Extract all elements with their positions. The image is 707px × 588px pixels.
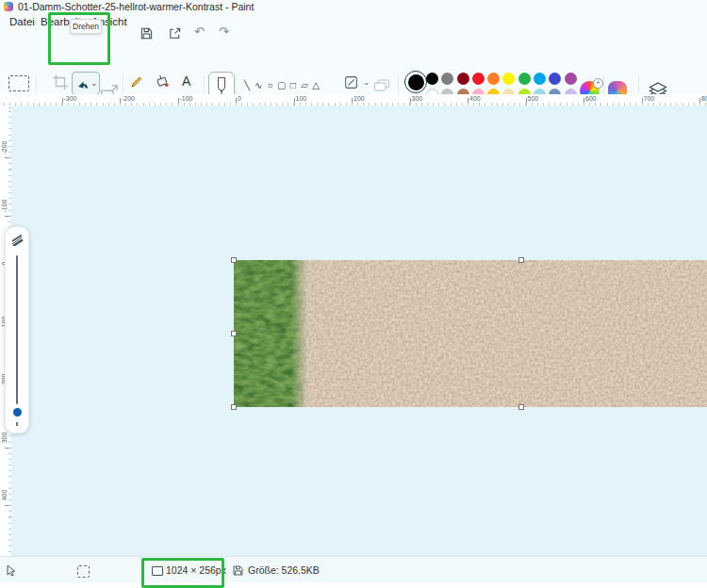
ruler-label: 600 (585, 95, 597, 102)
thickness-slider-panel (5, 226, 29, 433)
shape-button[interactable]: □ (288, 79, 299, 92)
color-swatch[interactable] (534, 73, 546, 85)
ruler-tick (62, 98, 63, 106)
color-swatch[interactable] (457, 73, 469, 85)
crop-icon[interactable] (52, 74, 69, 90)
shape-button[interactable]: ▱ (299, 79, 310, 92)
selection-handle[interactable] (231, 331, 237, 336)
slider-track[interactable] (16, 255, 18, 404)
canvas-area[interactable] (11, 106, 707, 556)
selection-size-text: 1024 × 256px (166, 564, 226, 576)
slider-tick (16, 422, 18, 426)
text-tool-icon[interactable]: A (182, 74, 190, 89)
ruler-tick (642, 98, 643, 106)
color-swatch[interactable] (441, 73, 453, 85)
pasted-image[interactable] (234, 260, 707, 407)
menu-datei[interactable]: Datei (9, 16, 35, 27)
fill-bucket-icon[interactable] (154, 73, 170, 89)
selection-tool-icon[interactable] (8, 75, 29, 91)
ruler-tick (699, 98, 700, 106)
ruler-label: 100 (296, 95, 307, 102)
ruler-label: 700 (644, 95, 655, 102)
selection-status-icon (77, 565, 90, 578)
ruler-label: 300 (412, 95, 423, 102)
shape-button[interactable]: △ (310, 79, 321, 92)
ruler-label: 300 (1, 428, 8, 447)
shape-outline-icon[interactable] (344, 75, 358, 90)
ruler-label: 400 (469, 95, 481, 102)
shape-button[interactable]: ▢ (276, 79, 288, 92)
paint-app-icon (4, 2, 13, 11)
file-size-text: Größe: 526.5KB (248, 564, 320, 576)
selection-handle[interactable] (518, 257, 524, 263)
ruler-tick (5, 505, 11, 506)
tooltip-drehen: Drehen (70, 19, 102, 34)
window-title: 01-Damm-Schotter-25-hellrot-warmer-Kontr… (18, 1, 254, 12)
cursor-icon (6, 564, 16, 577)
color-swatch[interactable] (502, 73, 515, 85)
chevron-down-icon[interactable]: ⌄ (363, 78, 370, 87)
ruler-label: 400 (1, 486, 8, 505)
selection-handle[interactable] (518, 404, 524, 410)
ruler-tick (294, 98, 295, 106)
thickness-icon (10, 235, 24, 246)
shape-button[interactable]: ○ (264, 79, 275, 92)
bottom-strip (0, 582, 707, 588)
ruler-label: 0 (238, 95, 241, 102)
menu-bar: Datei Bearbeiten Ansicht ↶ ↷ (0, 13, 707, 34)
ruler-tick (468, 98, 469, 106)
selection-handle[interactable] (231, 404, 237, 410)
color-swatch[interactable] (487, 73, 500, 85)
paint-window: 01-Damm-Schotter-25-hellrot-warmer-Kontr… (0, 0, 707, 588)
color-swatch[interactable] (426, 73, 438, 85)
ruler-tick (526, 98, 527, 106)
primary-color-swatch (408, 74, 424, 90)
add-color-icon[interactable]: + (593, 78, 603, 89)
ruler-label: 200 (354, 95, 365, 102)
ruler-label: 500 (528, 95, 539, 102)
selection-handle[interactable] (231, 257, 237, 263)
ruler-tick (178, 98, 179, 106)
color-swatch[interactable] (549, 73, 561, 85)
ruler-tick (584, 98, 584, 106)
copy-style-icon[interactable] (373, 78, 390, 92)
ruler-tick (236, 98, 237, 106)
ruler-tick (5, 216, 11, 217)
color-swatch[interactable] (565, 73, 577, 85)
ruler-tick (5, 157, 11, 158)
primary-color-well[interactable] (404, 71, 427, 93)
ruler-label: -200 (122, 95, 135, 102)
ruler-label: -200 (1, 139, 8, 157)
rotate-button[interactable]: ⌄ (72, 72, 100, 95)
shape-button[interactable]: ∿ (253, 79, 264, 92)
palette-row-1 (426, 73, 577, 85)
chevron-down-icon[interactable]: ⌄ (90, 79, 98, 88)
status-bar: 1024 × 256px Größe: 526.5KB (0, 556, 707, 583)
color-swatch[interactable] (472, 73, 485, 85)
shape-button[interactable]: ╲ (241, 79, 253, 92)
ruler-label: -100 (180, 95, 193, 102)
ruler-label: -300 (64, 95, 77, 102)
ruler-tick (352, 98, 353, 106)
ruler-tick (410, 98, 411, 106)
ribbon-toolbar: ⌄ Auswahl ⌄ ⣿⣿ ⌄ Bild (0, 34, 707, 95)
pencil-icon[interactable] (129, 74, 144, 90)
rotate-icon (75, 75, 90, 90)
file-size-icon (232, 564, 244, 577)
slider-handle[interactable] (13, 408, 22, 416)
ruler-tick (120, 98, 121, 106)
ruler-label: -100 (1, 196, 8, 215)
title-bar: 01-Damm-Schotter-25-hellrot-warmer-Kontr… (0, 0, 707, 13)
ruler-label: 800 (701, 95, 707, 102)
ruler-tick (5, 448, 11, 449)
dimensions-icon (152, 566, 163, 576)
color-swatch[interactable] (518, 73, 531, 85)
